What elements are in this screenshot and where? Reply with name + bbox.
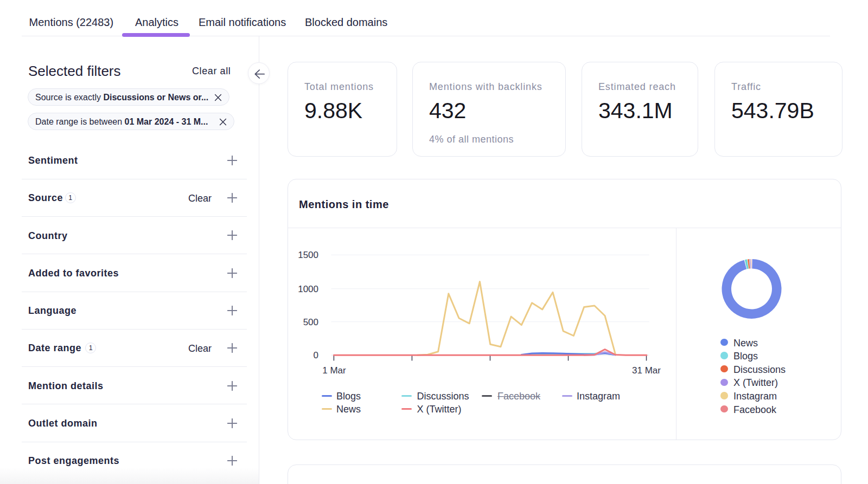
svg-text:0: 0: [314, 350, 318, 360]
svg-text:1 Mar: 1 Mar: [322, 365, 346, 376]
svg-text:1000: 1000: [298, 284, 318, 294]
svg-text:31 Mar: 31 Mar: [632, 365, 661, 376]
svg-text:500: 500: [303, 317, 318, 327]
svg-text:1500: 1500: [298, 250, 318, 260]
